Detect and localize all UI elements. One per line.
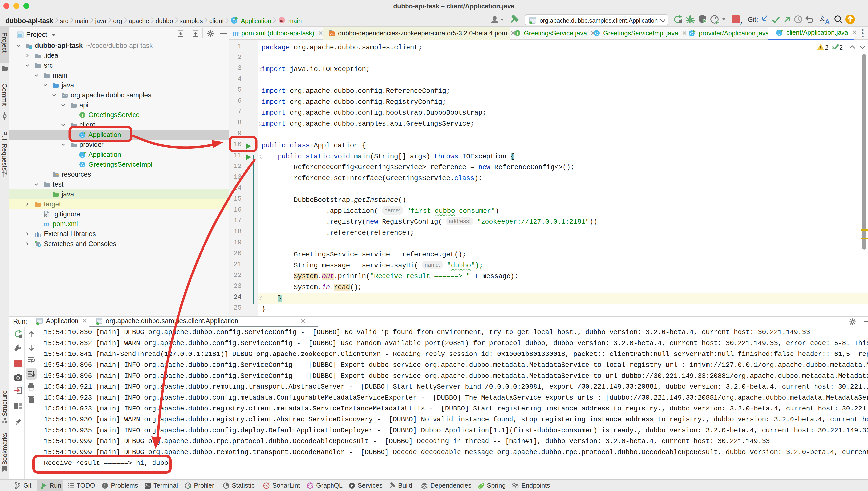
- svg-text:C: C: [81, 153, 84, 157]
- svg-text:C: C: [81, 133, 84, 138]
- svg-text:C: C: [690, 31, 693, 36]
- svg-text:C: C: [233, 18, 236, 23]
- svg-text:2: 2: [739, 21, 742, 26]
- svg-text:文: 文: [820, 15, 826, 22]
- svg-text:C: C: [81, 163, 84, 167]
- svg-text:C: C: [778, 31, 781, 36]
- svg-text:I: I: [82, 113, 83, 118]
- svg-text:I: I: [517, 31, 518, 36]
- svg-text:A: A: [825, 18, 830, 24]
- svg-text:<>: <>: [330, 33, 334, 36]
- svg-text:m: m: [280, 18, 284, 23]
- svg-text:C: C: [595, 31, 598, 36]
